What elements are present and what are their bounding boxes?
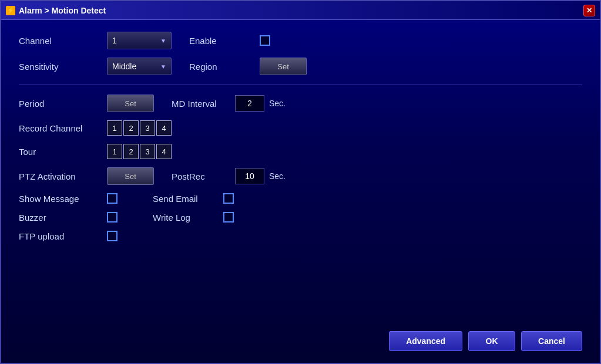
alarm-icon: ⚡: [6, 6, 15, 15]
buzzer-checkbox[interactable]: [107, 212, 117, 223]
sensitivity-row: Sensitivity Middle ▼ Region Set: [19, 58, 582, 75]
advanced-button[interactable]: Advanced: [389, 331, 462, 351]
record-channel-3[interactable]: 3: [140, 120, 155, 136]
show-message-checkbox[interactable]: [107, 193, 117, 204]
tour-channel-4[interactable]: 4: [156, 144, 172, 159]
sensitivity-label: Sensitivity: [19, 62, 95, 72]
period-row: Period Set MD Interval Sec.: [19, 95, 582, 112]
show-message-label: Show Message: [19, 194, 95, 204]
form-content: Channel 1 ▼ Enable Sensitivity Middle ▼ …: [1, 20, 600, 325]
ptz-activation-label: PTZ Activation: [19, 171, 95, 181]
enable-label: Enable: [189, 36, 248, 46]
md-interval-unit: Sec.: [269, 99, 286, 108]
postrec-label: PostRec: [172, 171, 230, 181]
ftp-upload-row: FTP upload: [19, 231, 582, 241]
channel-value: 1: [112, 36, 117, 45]
region-set-button[interactable]: Set: [260, 58, 307, 75]
write-log-checkbox[interactable]: [223, 212, 234, 223]
record-channel-group: 1 2 3 4: [107, 120, 172, 136]
buzzer-row: Buzzer Write Log: [19, 212, 582, 223]
dialog-title: Alarm > Motion Detect: [19, 6, 106, 15]
tour-channel-2[interactable]: 2: [123, 144, 139, 159]
region-label: Region: [189, 62, 248, 72]
title-bar: ⚡ Alarm > Motion Detect ✕: [1, 1, 600, 20]
buzzer-label: Buzzer: [19, 213, 95, 223]
send-email-checkbox[interactable]: [223, 193, 234, 204]
ok-button[interactable]: OK: [468, 331, 515, 351]
ftp-upload-checkbox[interactable]: [107, 231, 117, 241]
md-interval-group: MD Interval Sec.: [172, 95, 286, 112]
divider: [19, 85, 582, 85]
postrec-input[interactable]: [235, 168, 264, 184]
postrec-group: PostRec Sec.: [172, 168, 286, 184]
send-email-label: Send Email: [153, 194, 211, 204]
record-channel-row: Record Channel 1 2 3 4: [19, 120, 582, 136]
tour-label: Tour: [19, 147, 95, 157]
channel-label: Channel: [19, 36, 95, 46]
cancel-button[interactable]: Cancel: [521, 331, 582, 351]
ftp-upload-label: FTP upload: [19, 231, 95, 241]
period-set-button[interactable]: Set: [107, 95, 154, 112]
write-log-label: Write Log: [153, 213, 211, 223]
md-interval-input[interactable]: [235, 95, 264, 112]
ptz-set-button[interactable]: Set: [107, 167, 154, 185]
ptz-row: PTZ Activation Set PostRec Sec.: [19, 167, 582, 185]
record-channel-label: Record Channel: [19, 123, 95, 133]
tour-channel-group: 1 2 3 4: [107, 144, 172, 159]
record-channel-4[interactable]: 4: [156, 120, 172, 136]
sensitivity-dropdown[interactable]: Middle ▼: [107, 58, 172, 75]
record-channel-2[interactable]: 2: [123, 120, 139, 136]
dialog: ⚡ Alarm > Motion Detect ✕ Channel 1 ▼ En…: [0, 0, 601, 364]
sensitivity-dropdown-arrow: ▼: [160, 63, 166, 70]
postrec-unit: Sec.: [269, 171, 286, 181]
tour-channel-3[interactable]: 3: [140, 144, 155, 159]
footer: Advanced OK Cancel: [1, 325, 600, 363]
sensitivity-value: Middle: [112, 62, 136, 71]
channel-row: Channel 1 ▼ Enable: [19, 32, 582, 49]
channel-dropdown-arrow: ▼: [160, 38, 166, 44]
close-button[interactable]: ✕: [583, 5, 595, 16]
channel-dropdown[interactable]: 1 ▼: [107, 32, 172, 49]
record-channel-1[interactable]: 1: [107, 120, 122, 136]
show-message-row: Show Message Send Email: [19, 193, 582, 204]
enable-checkbox[interactable]: [260, 35, 270, 46]
period-label: Period: [19, 99, 95, 109]
tour-channel-1[interactable]: 1: [107, 144, 122, 159]
md-interval-label: MD Interval: [172, 99, 230, 109]
title-bar-left: ⚡ Alarm > Motion Detect: [6, 6, 106, 15]
tour-row: Tour 1 2 3 4: [19, 144, 582, 159]
